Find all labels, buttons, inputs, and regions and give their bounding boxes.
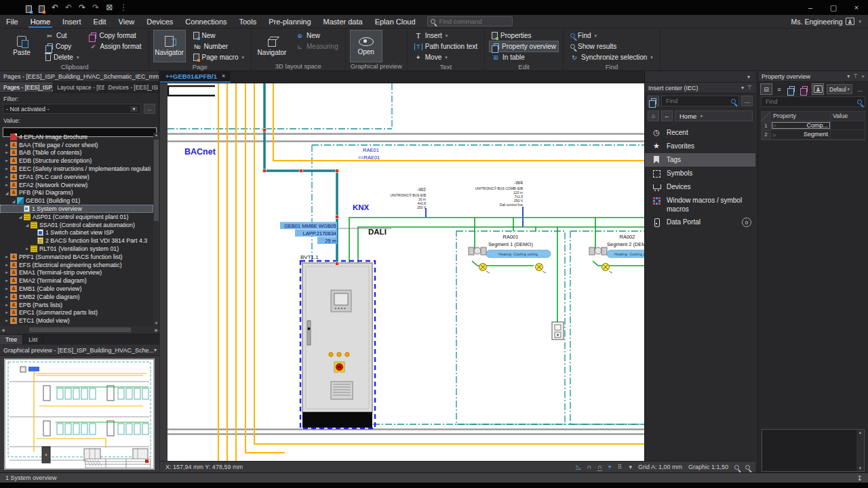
tree-item[interactable]: EDB (Structure description) — [0, 157, 153, 165]
property-find-box[interactable] — [761, 96, 865, 107]
tree-item[interactable]: EFA2 (Network Overview) — [0, 181, 153, 189]
copy-format-button[interactable]: Copy format — [87, 30, 143, 41]
page-macro-button[interactable]: Page macro▾ — [191, 52, 246, 62]
switch-symbol[interactable] — [552, 322, 564, 340]
scroll-left-icon[interactable]: ◀ — [1, 327, 5, 332]
rae01-eq-label[interactable]: ==RAE01 — [358, 155, 380, 161]
insert-center-item[interactable]: Window macros / symbol macros — [645, 194, 755, 216]
tree-item[interactable]: RLT01 (Ventilation system 01) — [0, 245, 153, 253]
insert-center-item[interactable]: ◷ Recent — [645, 126, 755, 140]
segment-box-ra001[interactable] — [456, 231, 565, 424]
tree-expander-icon[interactable] — [3, 310, 10, 315]
property-value-cell[interactable] — [831, 121, 865, 130]
tree-item[interactable]: 2 BACS function list VDI 3814 Part 4.3 — [0, 237, 153, 245]
undo-list-icon[interactable]: ↶ — [65, 3, 72, 13]
tree-item[interactable]: EMA1 (Terminal-strip overview) — [0, 269, 153, 277]
insert-center-item[interactable]: Data Portal 0 — [645, 216, 755, 229]
preset-more-button[interactable]: ... — [854, 84, 865, 94]
panel-pin-icon[interactable]: ⊤ — [853, 73, 858, 79]
menu-item[interactable]: Eplan Cloud — [369, 15, 422, 28]
in-table-button[interactable]: ⊞In table — [490, 52, 558, 62]
qat-more-icon[interactable]: ⋮ — [119, 3, 127, 13]
panel-tab[interactable]: Devices - [EES]_ISP... — [105, 82, 159, 92]
cabinet-tag[interactable]: BVT1.1 — [300, 254, 319, 260]
schematic-canvas[interactable]: Heating- Cooling ceiling Heating- Coolin… — [167, 83, 644, 461]
control-cabinet[interactable] — [302, 263, 372, 428]
tree-expander-icon[interactable] — [3, 302, 10, 308]
insert-center-item[interactable]: Devices — [645, 180, 755, 194]
filter-dropdown-caret[interactable]: ▾ — [130, 106, 138, 112]
preset-dropdown[interactable]: Defaul ▾ — [827, 84, 852, 94]
menu-item[interactable]: Insert — [56, 15, 87, 28]
menu-item[interactable]: File — [0, 15, 24, 28]
move-button[interactable]: +Move▾ — [412, 52, 479, 62]
tree-item[interactable]: EMB2 (Cable diagram) — [0, 293, 153, 301]
insert-center-item[interactable]: Tags — [645, 153, 755, 167]
tab-close-icon[interactable]: × — [222, 73, 225, 79]
menu-item[interactable]: Edit — [87, 15, 113, 28]
redo-icon[interactable]: ↷ — [79, 3, 85, 13]
crosshair-icon[interactable]: + — [608, 464, 612, 470]
menu-item[interactable]: View — [113, 15, 141, 28]
scroll-down-icon[interactable]: ▼ — [153, 321, 159, 325]
scroll-right-icon[interactable]: ▶ — [155, 327, 158, 332]
bacnet-bus-lines[interactable] — [218, 83, 644, 461]
tree-expander-icon[interactable] — [24, 246, 31, 251]
new-page-icon[interactable] — [26, 5, 32, 13]
tree-item[interactable]: PFB (P&I Diagrams) — [0, 189, 153, 197]
installation-rails[interactable] — [167, 134, 644, 434]
delete-button[interactable]: Delete▾ — [43, 52, 81, 62]
grid-toggle-icon[interactable]: ⠿ — [618, 464, 623, 470]
maximize-button[interactable]: ▢ — [822, 0, 845, 15]
segment-box-ra002[interactable] — [570, 231, 644, 424]
filter-dropdown[interactable]: - Not activated - ▾ — [3, 104, 141, 114]
tree-expander-icon[interactable] — [24, 222, 31, 227]
tree-expander-icon[interactable] — [3, 142, 10, 148]
find-command-box[interactable] — [427, 16, 513, 26]
tree-expander-icon[interactable] — [3, 286, 10, 291]
scroll-thumb[interactable] — [154, 140, 159, 221]
breadcrumb[interactable]: Home ▸ — [675, 110, 753, 121]
document-tab[interactable]: ++GEB01&PFB/1 × — [160, 70, 231, 83]
menu-item[interactable]: Tools — [233, 15, 263, 28]
tree-expander-icon[interactable] — [3, 174, 10, 180]
tree-expander-icon[interactable] — [3, 150, 10, 155]
redo-list-icon[interactable]: ↷ — [92, 3, 99, 13]
knx-dali-bus[interactable] — [349, 218, 644, 322]
insert-center-item[interactable]: Symbols — [645, 167, 755, 180]
tree-vertical-scrollbar[interactable]: ▲ ▼ — [153, 133, 159, 325]
expand-icon[interactable]: ▷ — [773, 132, 776, 137]
open-preview-button[interactable]: Open — [351, 30, 382, 62]
list-view-icon[interactable]: ≡ — [774, 84, 785, 94]
tree-expander-icon[interactable] — [3, 318, 10, 323]
show-results-button[interactable]: Show results — [568, 41, 655, 52]
panel-tab[interactable]: Pages - [EES]_ISP_... — [0, 82, 54, 92]
zoom-in-icon[interactable] — [734, 465, 739, 470]
property-row[interactable]: 1 ▷Comp... — [762, 121, 865, 131]
tree-view-icon[interactable]: ⊟ — [761, 84, 772, 94]
text-insert-button[interactable]: TInsert▾ — [412, 30, 479, 41]
home-icon[interactable]: ⌂ — [648, 110, 659, 121]
download-icon[interactable]: ↧ — [857, 474, 863, 482]
object-snap-icon[interactable]: ∩ — [597, 464, 601, 471]
tree-expander-icon[interactable] — [10, 199, 17, 203]
tree-item[interactable]: ASP01 (Control equipment plant 01) — [0, 213, 153, 221]
tree-item[interactable]: 1 Switch cabinet view ISP — [0, 229, 153, 237]
tree-item[interactable]: EPB (Parts lists) — [0, 301, 153, 309]
tree-item[interactable]: 1 System overview — [0, 205, 153, 213]
menu-item[interactable]: Pre-planning — [262, 15, 317, 28]
selected-bus-line[interactable] — [264, 83, 337, 264]
page-new-button[interactable]: New — [191, 30, 246, 41]
column-property[interactable]: Property — [771, 112, 831, 121]
tree-expander-icon[interactable] — [3, 158, 10, 163]
insert-center-find-input[interactable] — [665, 97, 729, 105]
tree-item[interactable]: GEB01 (Building 01) — [0, 197, 153, 205]
page-number-button[interactable]: №Number — [191, 41, 246, 52]
panel-dropdown-icon[interactable]: ▾ — [741, 85, 744, 91]
view-tab[interactable]: List — [23, 335, 43, 344]
tree-item[interactable]: SSA01 (Control cabinet automation) — [0, 221, 153, 229]
tree-item[interactable]: ETC1 (Model view) — [0, 317, 153, 325]
column-value[interactable]: Value — [831, 112, 865, 121]
menu-item[interactable]: Connections — [179, 15, 233, 28]
tree-item[interactable]: EFA1 (PLC card overview) — [0, 173, 153, 181]
